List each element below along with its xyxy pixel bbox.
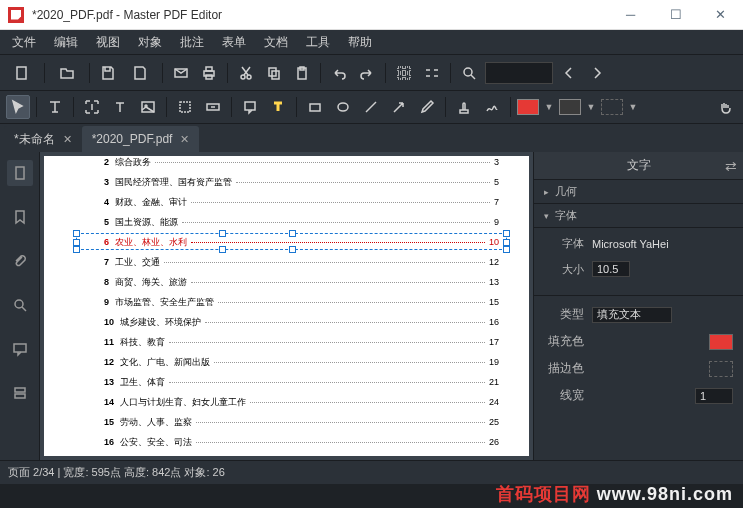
minimize-button[interactable]: ─ bbox=[608, 0, 653, 29]
toc-page: 15 bbox=[489, 297, 499, 307]
font-label: 字体 bbox=[544, 236, 584, 251]
menu-工具[interactable]: 工具 bbox=[298, 32, 338, 53]
toc-line[interactable]: 8商贸、海关、旅游13 bbox=[104, 276, 499, 289]
document-viewport[interactable]: 2综合政务33国民经济管理、国有资产监管54财政、金融、审计75国土资源、能源9… bbox=[40, 152, 533, 460]
highlight-tool[interactable] bbox=[266, 95, 290, 119]
page-canvas[interactable]: 2综合政务33国民经济管理、国有资产监管54财政、金融、审计75国土资源、能源9… bbox=[44, 156, 529, 456]
menu-视图[interactable]: 视图 bbox=[88, 32, 128, 53]
link-tool[interactable] bbox=[201, 95, 225, 119]
section-geometry[interactable]: ▸几何 bbox=[534, 180, 743, 204]
type-input[interactable] bbox=[592, 307, 672, 323]
search-next-button[interactable] bbox=[585, 61, 609, 85]
toc-line[interactable]: 7工业、交通12 bbox=[104, 256, 499, 269]
line-tool[interactable] bbox=[359, 95, 383, 119]
toc-line[interactable]: 12文化、广电、新闻出版19 bbox=[104, 356, 499, 369]
panel-settings-icon[interactable]: ⇄ bbox=[725, 158, 737, 174]
svg-rect-24 bbox=[15, 394, 25, 398]
svg-rect-20 bbox=[16, 167, 24, 179]
open-button[interactable] bbox=[51, 61, 83, 85]
layers-panel-button[interactable] bbox=[7, 380, 33, 406]
toc-line[interactable]: 16公安、安全、司法26 bbox=[104, 436, 499, 449]
toc-line[interactable]: 6农业、林业、水利10 bbox=[104, 236, 499, 249]
toc-line[interactable]: 14人口与计划生育、妇女儿童工作24 bbox=[104, 396, 499, 409]
size-input[interactable] bbox=[592, 261, 630, 277]
ellipse-tool[interactable] bbox=[331, 95, 355, 119]
cut-button[interactable] bbox=[234, 61, 258, 85]
pages-panel-button[interactable] bbox=[7, 160, 33, 186]
arrow-tool[interactable] bbox=[387, 95, 411, 119]
style-body: 类型 填充色 描边色 线宽 bbox=[534, 295, 743, 424]
font-value[interactable]: Microsoft YaHei bbox=[592, 238, 733, 250]
select-tool[interactable] bbox=[6, 95, 30, 119]
stamp-tool[interactable] bbox=[452, 95, 476, 119]
toc-line[interactable]: 4财政、金融、审计7 bbox=[104, 196, 499, 209]
new-button[interactable] bbox=[6, 61, 38, 85]
marquee-tool[interactable] bbox=[173, 95, 197, 119]
linewidth-input[interactable] bbox=[695, 388, 733, 404]
toc-line[interactable]: 15劳动、人事、监察25 bbox=[104, 416, 499, 429]
image-tool[interactable] bbox=[136, 95, 160, 119]
redo-button[interactable] bbox=[355, 61, 379, 85]
snap-button[interactable] bbox=[420, 61, 444, 85]
toc-line[interactable]: 5国土资源、能源9 bbox=[104, 216, 499, 229]
sign-tool[interactable] bbox=[480, 95, 504, 119]
copy-button[interactable] bbox=[262, 61, 286, 85]
menu-文档[interactable]: 文档 bbox=[256, 32, 296, 53]
menu-帮助[interactable]: 帮助 bbox=[340, 32, 380, 53]
form-text-tool[interactable] bbox=[80, 95, 104, 119]
comments-panel-button[interactable] bbox=[7, 336, 33, 362]
bookmarks-panel-button[interactable] bbox=[7, 204, 33, 230]
menu-编辑[interactable]: 编辑 bbox=[46, 32, 86, 53]
toc-line[interactable]: 10城乡建设、环境保护16 bbox=[104, 316, 499, 329]
section-font[interactable]: ▾字体 bbox=[534, 204, 743, 228]
toc-line[interactable]: 3国民经济管理、国有资产监管5 bbox=[104, 176, 499, 189]
print-button[interactable] bbox=[197, 61, 221, 85]
fill-color[interactable] bbox=[709, 334, 733, 350]
save-as-button[interactable] bbox=[124, 61, 156, 85]
mail-button[interactable] bbox=[169, 61, 193, 85]
close-button[interactable]: ✕ bbox=[698, 0, 743, 29]
tab-close-icon[interactable]: ✕ bbox=[180, 133, 189, 146]
tab-close-icon[interactable]: ✕ bbox=[63, 133, 72, 146]
stroke-empty-dropdown[interactable]: ▼ bbox=[627, 95, 639, 119]
search-panel-button[interactable] bbox=[7, 292, 33, 318]
grid-button[interactable] bbox=[392, 61, 416, 85]
toc-text: 农业、林业、水利 bbox=[115, 236, 187, 249]
maximize-button[interactable]: ☐ bbox=[653, 0, 698, 29]
note-tool[interactable] bbox=[238, 95, 262, 119]
stroke-color[interactable] bbox=[709, 361, 733, 377]
menu-文件[interactable]: 文件 bbox=[4, 32, 44, 53]
toc-page: 12 bbox=[489, 257, 499, 267]
tab[interactable]: *2020_PDF.pdf✕ bbox=[82, 126, 200, 152]
toc-text: 国土资源、能源 bbox=[115, 216, 178, 229]
tab[interactable]: *未命名✕ bbox=[4, 126, 82, 152]
toc-line[interactable]: 2综合政务3 bbox=[104, 156, 499, 169]
paste-button[interactable] bbox=[290, 61, 314, 85]
fill-color-swatch[interactable] bbox=[517, 99, 539, 115]
menu-表单[interactable]: 表单 bbox=[214, 32, 254, 53]
search-button[interactable] bbox=[457, 61, 481, 85]
text-tool[interactable] bbox=[108, 95, 132, 119]
save-button[interactable] bbox=[96, 61, 120, 85]
rect-tool[interactable] bbox=[303, 95, 327, 119]
fill-color-dropdown[interactable]: ▼ bbox=[543, 95, 555, 119]
toolbar-main bbox=[0, 54, 743, 90]
stroke-empty-swatch[interactable] bbox=[601, 99, 623, 115]
search-input[interactable] bbox=[485, 62, 553, 84]
menu-批注[interactable]: 批注 bbox=[172, 32, 212, 53]
toc-line[interactable]: 11科技、教育17 bbox=[104, 336, 499, 349]
stroke-dark-dropdown[interactable]: ▼ bbox=[585, 95, 597, 119]
pencil-tool[interactable] bbox=[415, 95, 439, 119]
text-edit-tool[interactable] bbox=[43, 95, 67, 119]
toc-line[interactable]: 13卫生、体育21 bbox=[104, 376, 499, 389]
toc-page: 16 bbox=[489, 317, 499, 327]
attachments-panel-button[interactable] bbox=[7, 248, 33, 274]
stroke-dark-swatch[interactable] bbox=[559, 99, 581, 115]
search-prev-button[interactable] bbox=[557, 61, 581, 85]
toc-line[interactable]: 9市场监管、安全生产监管15 bbox=[104, 296, 499, 309]
menu-对象[interactable]: 对象 bbox=[130, 32, 170, 53]
hand-tool[interactable] bbox=[713, 95, 737, 119]
undo-button[interactable] bbox=[327, 61, 351, 85]
toc-text: 卫生、体育 bbox=[120, 376, 165, 389]
svg-rect-19 bbox=[460, 110, 468, 113]
